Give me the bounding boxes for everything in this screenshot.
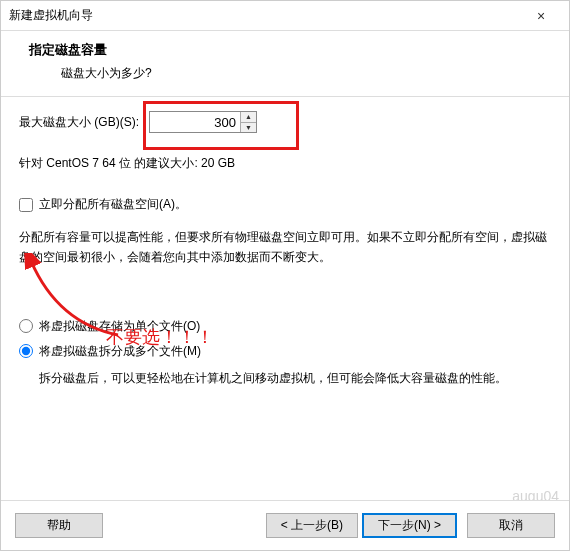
store-split-label: 将虚拟磁盘拆分成多个文件(M) (39, 343, 201, 360)
footer-buttons: 帮助 < 上一步(B) 下一步(N) > 取消 (1, 500, 569, 550)
page-title: 指定磁盘容量 (29, 41, 541, 59)
store-single-row: 将虚拟磁盘存储为单个文件(O) (19, 318, 551, 335)
allocate-now-row: 立即分配所有磁盘空间(A)。 (19, 196, 551, 213)
spin-down-button[interactable]: ▼ (241, 123, 256, 133)
store-split-radio[interactable] (19, 344, 33, 358)
disk-size-row: 最大磁盘大小 (GB)(S): ▲ ▼ (19, 111, 551, 133)
close-icon: × (537, 8, 545, 24)
store-split-row: 将虚拟磁盘拆分成多个文件(M) (19, 343, 551, 360)
allocate-now-checkbox[interactable] (19, 198, 33, 212)
recommended-size-text: 针对 CentOS 7 64 位 的建议大小: 20 GB (19, 155, 551, 172)
store-split-description: 拆分磁盘后，可以更轻松地在计算机之间移动虚拟机，但可能会降低大容量磁盘的性能。 (19, 368, 551, 388)
help-button[interactable]: 帮助 (15, 513, 103, 538)
allocate-description: 分配所有容量可以提高性能，但要求所有物理磁盘空间立即可用。如果不立即分配所有空间… (19, 227, 551, 268)
allocate-now-label: 立即分配所有磁盘空间(A)。 (39, 196, 187, 213)
content-area: 最大磁盘大小 (GB)(S): ▲ ▼ 针对 CentOS 7 64 位 的建议… (1, 97, 569, 388)
wizard-header: 指定磁盘容量 磁盘大小为多少? (1, 31, 569, 96)
cancel-button[interactable]: 取消 (467, 513, 555, 538)
window-title: 新建虚拟机向导 (9, 7, 521, 24)
back-button[interactable]: < 上一步(B) (266, 513, 358, 538)
next-button[interactable]: 下一步(N) > (362, 513, 457, 538)
spin-buttons: ▲ ▼ (240, 112, 256, 132)
disk-size-input-wrap: ▲ ▼ (149, 111, 257, 133)
disk-size-input[interactable] (150, 112, 240, 132)
close-button[interactable]: × (521, 2, 561, 30)
titlebar: 新建虚拟机向导 × (1, 1, 569, 31)
spin-up-button[interactable]: ▲ (241, 112, 256, 123)
disk-size-label: 最大磁盘大小 (GB)(S): (19, 114, 139, 131)
store-single-radio[interactable] (19, 319, 33, 333)
store-single-label: 将虚拟磁盘存储为单个文件(O) (39, 318, 200, 335)
disk-size-spinner[interactable]: ▲ ▼ (149, 111, 257, 133)
page-subtitle: 磁盘大小为多少? (29, 65, 541, 82)
